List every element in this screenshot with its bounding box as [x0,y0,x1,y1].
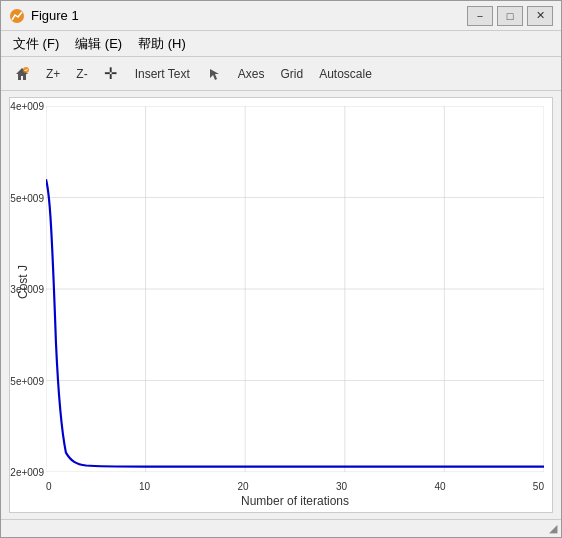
y-axis-label: Cost J [16,265,30,299]
menu-edit[interactable]: 编辑 (E) [67,33,130,55]
main-window: Figure 1 − □ ✕ 文件 (F) 编辑 (E) 帮助 (H) Z+ Z… [0,0,562,538]
maximize-button[interactable]: □ [497,6,523,26]
zoom-out-button[interactable]: Z- [69,62,94,86]
chart-svg [46,106,544,472]
app-icon [9,8,25,24]
y-tick-2e9: 2e+009 [10,467,44,478]
x-tick-50: 50 [533,481,544,492]
pan-button[interactable]: ✛ [97,62,124,86]
window-title: Figure 1 [31,8,467,23]
menu-bar: 文件 (F) 编辑 (E) 帮助 (H) [1,31,561,57]
x-axis-label: Number of iterations [241,494,349,508]
chart-area: Cost J [9,97,553,513]
x-tick-0: 0 [46,481,52,492]
title-bar: Figure 1 − □ ✕ [1,1,561,31]
home-button[interactable] [7,62,37,86]
x-tick-10: 10 [139,481,150,492]
x-tick-40: 40 [434,481,445,492]
svg-marker-2 [210,69,219,80]
menu-help[interactable]: 帮助 (H) [130,33,194,55]
zoom-in-button[interactable]: Z+ [39,62,67,86]
x-tick-30: 30 [336,481,347,492]
close-button[interactable]: ✕ [527,6,553,26]
pointer-button[interactable] [201,62,229,86]
axes-button[interactable]: Axes [231,62,272,86]
insert-text-button[interactable]: Insert Text [126,62,199,86]
pointer-icon [208,67,222,81]
status-bar: ◢ [1,519,561,537]
pan-icon: ✛ [104,64,117,83]
minimize-button[interactable]: − [467,6,493,26]
autoscale-button[interactable]: Autoscale [312,62,379,86]
menu-file[interactable]: 文件 (F) [5,33,67,55]
resize-icon: ◢ [549,522,557,535]
grid-button[interactable]: Grid [274,62,311,86]
home-icon [14,66,30,82]
x-tick-20: 20 [237,481,248,492]
window-controls: − □ ✕ [467,6,553,26]
toolbar: Z+ Z- ✛ Insert Text Axes Grid Autoscale [1,57,561,91]
